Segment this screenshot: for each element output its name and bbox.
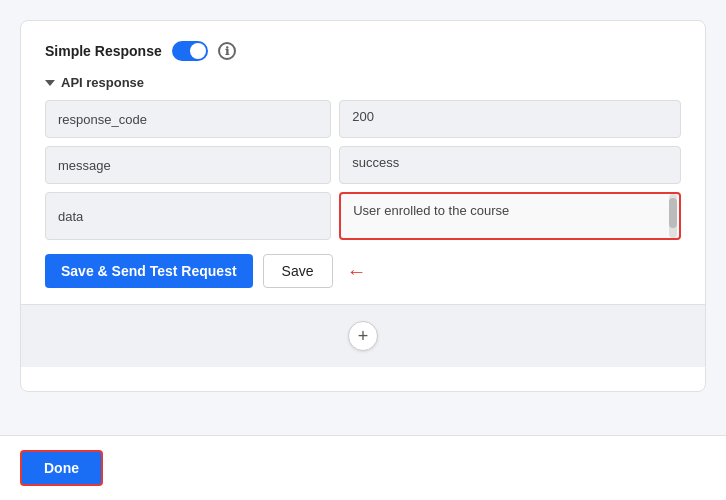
api-response-section: API response response_code 200 message s… bbox=[45, 75, 681, 240]
bottom-bar: Done bbox=[0, 435, 726, 500]
field-value-data-container[interactable]: User enrolled to the course bbox=[339, 192, 681, 240]
field-key-data: data bbox=[45, 192, 331, 240]
field-value-response-code[interactable]: 200 bbox=[339, 100, 681, 138]
simple-response-toggle[interactable] bbox=[172, 41, 208, 61]
field-row-data: data User enrolled to the course bbox=[45, 192, 681, 240]
field-key-response-code: response_code bbox=[45, 100, 331, 138]
simple-response-label: Simple Response bbox=[45, 43, 162, 59]
divider-section: + bbox=[21, 304, 705, 367]
scrollbar[interactable] bbox=[669, 194, 677, 238]
api-response-header[interactable]: API response bbox=[45, 75, 681, 90]
save-button[interactable]: Save bbox=[263, 254, 333, 288]
main-panel: Simple Response ℹ API response response_… bbox=[20, 20, 706, 392]
info-icon[interactable]: ℹ bbox=[218, 42, 236, 60]
scrollbar-thumb bbox=[669, 198, 677, 228]
field-value-data: User enrolled to the course bbox=[341, 194, 679, 228]
simple-response-row: Simple Response ℹ bbox=[45, 41, 681, 61]
field-value-message[interactable]: success bbox=[339, 146, 681, 184]
add-button[interactable]: + bbox=[348, 321, 378, 351]
done-button[interactable]: Done bbox=[20, 450, 103, 486]
field-row-response-code: response_code 200 bbox=[45, 100, 681, 138]
chevron-down-icon bbox=[45, 80, 55, 86]
field-key-message: message bbox=[45, 146, 331, 184]
save-send-button[interactable]: Save & Send Test Request bbox=[45, 254, 253, 288]
field-row-message: message success bbox=[45, 146, 681, 184]
api-response-label: API response bbox=[61, 75, 144, 90]
arrow-icon: ← bbox=[347, 260, 367, 283]
buttons-row: Save & Send Test Request Save ← bbox=[45, 254, 681, 288]
